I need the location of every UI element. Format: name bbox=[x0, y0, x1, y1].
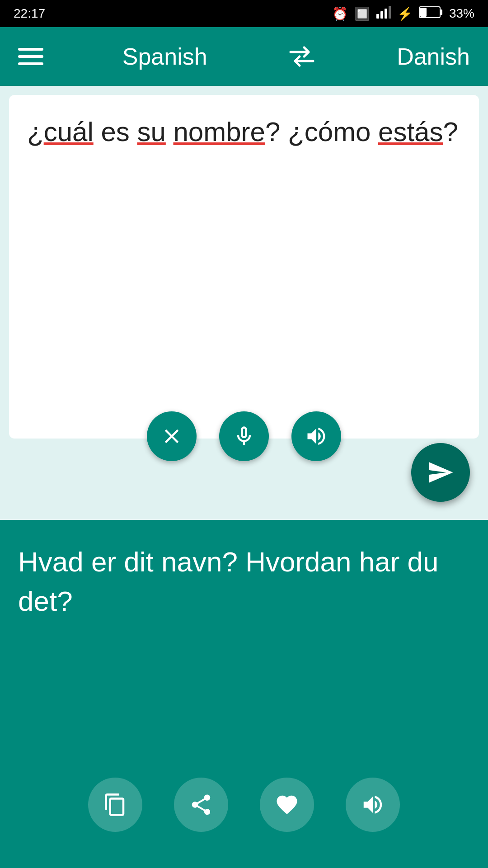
word-estas: estás bbox=[378, 117, 443, 147]
alarm-icon: ⏰ bbox=[332, 6, 348, 21]
copy-button[interactable] bbox=[88, 778, 142, 832]
svg-rect-5 bbox=[440, 9, 442, 15]
translation-text: Hvad er dit navn? Hvordan har du det? bbox=[18, 542, 470, 621]
sim-icon: 🔲 bbox=[354, 6, 370, 21]
status-time: 22:17 bbox=[14, 6, 45, 21]
share-button[interactable] bbox=[174, 778, 228, 832]
status-bar: 22:17 ⏰ 🔲 ⚡ 33% bbox=[0, 0, 488, 27]
battery-percent: 33% bbox=[449, 6, 474, 21]
source-speak-button[interactable] bbox=[291, 411, 341, 461]
svg-rect-0 bbox=[376, 14, 379, 19]
favorite-button[interactable] bbox=[260, 778, 314, 832]
nav-bar: Spanish Danish bbox=[0, 27, 488, 86]
svg-rect-2 bbox=[385, 9, 387, 19]
translation-speak-button[interactable] bbox=[346, 778, 400, 832]
word-su: su bbox=[137, 117, 165, 147]
microphone-button[interactable] bbox=[219, 411, 269, 461]
target-language-selector[interactable]: Danish bbox=[397, 43, 470, 70]
status-icons: ⏰ 🔲 ⚡ 33% bbox=[332, 6, 474, 22]
source-panel: ¿cuál es su nombre? ¿cómo estás? bbox=[9, 95, 479, 439]
send-translate-button[interactable] bbox=[411, 443, 470, 502]
svg-rect-6 bbox=[420, 8, 427, 17]
word-nombre: nombre bbox=[174, 117, 265, 147]
translation-actions bbox=[18, 778, 470, 850]
charging-icon: ⚡ bbox=[397, 6, 413, 21]
clear-button[interactable] bbox=[147, 411, 197, 461]
svg-rect-1 bbox=[380, 11, 383, 19]
source-actions bbox=[147, 411, 341, 461]
signal-icon bbox=[376, 6, 391, 22]
menu-button[interactable] bbox=[18, 48, 43, 65]
source-language-selector[interactable]: Spanish bbox=[122, 43, 207, 70]
main-content: ¿cuál es su nombre? ¿cómo estás? bbox=[0, 86, 488, 868]
battery-icon bbox=[419, 6, 443, 22]
word-cual: cuál bbox=[44, 117, 94, 147]
swap-languages-button[interactable] bbox=[286, 43, 318, 70]
source-text[interactable]: ¿cuál es su nombre? ¿cómo estás? bbox=[27, 113, 461, 151]
translation-panel: Hvad er dit navn? Hvordan har du det? bbox=[0, 520, 488, 868]
svg-rect-3 bbox=[389, 6, 391, 19]
